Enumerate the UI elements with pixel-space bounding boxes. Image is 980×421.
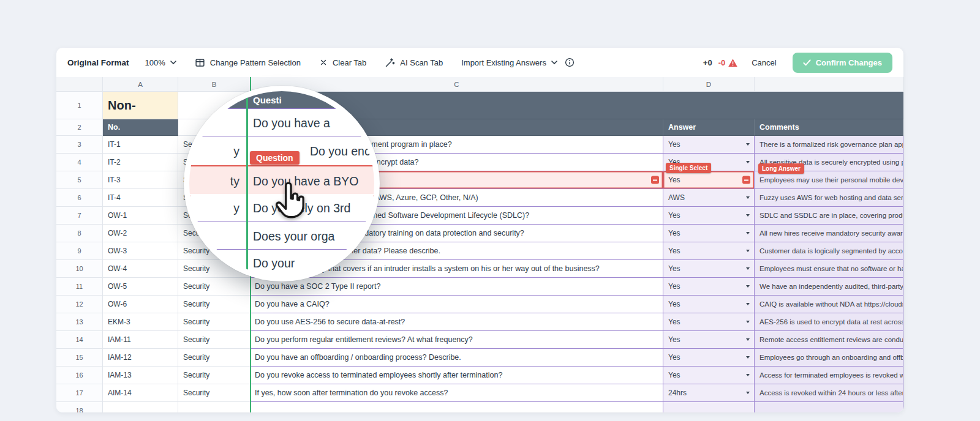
- cell-id[interactable]: OW-2: [103, 225, 178, 242]
- cell-answer[interactable]: Yes: [663, 349, 755, 367]
- cell-comment[interactable]: CAIQ is available without NDA at https:/…: [755, 296, 903, 313]
- cell-id[interactable]: IT-2: [103, 154, 178, 171]
- dropdown-caret-icon[interactable]: [746, 250, 750, 252]
- column-header-B[interactable]: B: [178, 77, 251, 92]
- row-header[interactable]: 1: [56, 92, 103, 119]
- column-header-D[interactable]: D: [663, 77, 755, 92]
- row-header[interactable]: 11: [56, 278, 103, 296]
- dropdown-caret-icon[interactable]: [746, 196, 750, 199]
- row-header[interactable]: 10: [56, 260, 103, 278]
- clear-tab-button[interactable]: Clear Tab: [319, 58, 366, 67]
- cell-answer[interactable]: Yes: [663, 278, 755, 296]
- cell-comment[interactable]: Employees may use their personal mobile …: [755, 171, 903, 189]
- row-header[interactable]: 18: [56, 402, 103, 412]
- cell-id[interactable]: IT-4: [103, 189, 178, 207]
- cell-question[interactable]: If yes, how soon after termination do yo…: [251, 384, 663, 402]
- cell-section-title[interactable]: Non-: [103, 92, 178, 119]
- change-pattern-button[interactable]: Change Pattern Selection: [195, 58, 301, 68]
- cell-id[interactable]: OW-6: [103, 296, 178, 313]
- cell-id[interactable]: IAM-13: [103, 367, 178, 384]
- cell-question[interactable]: Do you use AES-256 to secure data-at-res…: [251, 313, 663, 331]
- zoom-select[interactable]: 100%: [145, 58, 176, 67]
- cell-comment[interactable]: [755, 402, 903, 412]
- cell-category[interactable]: Security: [178, 296, 251, 313]
- dropdown-caret-icon[interactable]: [746, 374, 750, 376]
- cell-comment[interactable]: There is a formalized risk governance pl…: [755, 136, 903, 154]
- cell-answer[interactable]: Yes: [663, 171, 755, 189]
- cell-answer[interactable]: [663, 402, 755, 412]
- row-header[interactable]: 6: [56, 189, 103, 207]
- cell-comment[interactable]: Employees must ensure that no software o…: [755, 260, 903, 278]
- cell-id[interactable]: IAM-12: [103, 349, 178, 367]
- cell-answer[interactable]: Yes: [663, 331, 755, 349]
- row-header[interactable]: 17: [56, 384, 103, 402]
- cancel-button[interactable]: Cancel: [752, 58, 776, 67]
- row-header[interactable]: 8: [56, 225, 103, 242]
- row-header[interactable]: 12: [56, 296, 103, 313]
- cell-category[interactable]: Security: [178, 349, 251, 367]
- row-header[interactable]: 3: [56, 136, 103, 154]
- cell-answer[interactable]: AWS: [663, 189, 755, 207]
- dropdown-caret-icon[interactable]: [746, 232, 750, 234]
- confirm-changes-button[interactable]: Confirm Changes: [793, 53, 892, 73]
- cell-question[interactable]: Do you have an offboarding / onboarding …: [251, 349, 663, 367]
- dropdown-caret-icon[interactable]: [746, 303, 750, 305]
- cell-category[interactable]: Security: [178, 278, 251, 296]
- cell-comment[interactable]: SDLC and SSDLC are in place, covering pr…: [755, 207, 903, 225]
- cell-question[interactable]: Do you have a CAIQ?: [251, 296, 663, 313]
- cell-id[interactable]: OW-3: [103, 242, 178, 260]
- cell-answer[interactable]: Yes: [663, 242, 755, 260]
- cell-empty[interactable]: [178, 402, 251, 412]
- cell-answer[interactable]: Yes: [663, 313, 755, 331]
- remove-answer-icon[interactable]: [742, 176, 750, 184]
- import-answers-dropdown[interactable]: Import Existing Answers: [461, 58, 557, 67]
- cell-comment[interactable]: Access is revoked within 24 hours or les…: [755, 384, 903, 402]
- row-header[interactable]: 5: [56, 171, 103, 189]
- dropdown-caret-icon[interactable]: [746, 214, 750, 217]
- cell-answer[interactable]: Yes: [663, 296, 755, 313]
- cell-comment[interactable]: Fuzzy uses AWS for web hosting and data …: [755, 189, 903, 207]
- column-header-e[interactable]: [755, 77, 903, 92]
- cell-comment[interactable]: We have an independently audited, third-…: [755, 278, 903, 296]
- cell-id[interactable]: IT-3: [103, 171, 178, 189]
- dropdown-caret-icon[interactable]: [746, 321, 750, 323]
- dropdown-caret-icon[interactable]: [746, 356, 750, 359]
- dropdown-caret-icon[interactable]: [746, 143, 750, 146]
- row-header[interactable]: 16: [56, 367, 103, 384]
- cell-answer[interactable]: Yes: [663, 207, 755, 225]
- column-header-C[interactable]: C: [251, 77, 663, 92]
- cell-id[interactable]: EKM-3: [103, 313, 178, 331]
- remove-question-icon[interactable]: [651, 176, 659, 184]
- cell-comment[interactable]: AES-256 is used to encrypt data at rest …: [755, 313, 903, 331]
- ai-scan-button[interactable]: AI Scan Tab: [385, 58, 443, 68]
- cell-question[interactable]: Do you revoke access to terminated emplo…: [251, 367, 663, 384]
- info-icon[interactable]: [565, 58, 575, 67]
- cell-comment[interactable]: Employees go through an onboarding and o…: [755, 349, 903, 367]
- row-header[interactable]: 2: [56, 119, 103, 136]
- row-header[interactable]: 9: [56, 242, 103, 260]
- cell-answer[interactable]: Yes: [663, 225, 755, 242]
- cell-category[interactable]: Security: [178, 384, 251, 402]
- cell-id[interactable]: OW-5: [103, 278, 178, 296]
- corner-select-cell[interactable]: [56, 77, 103, 92]
- dropdown-caret-icon[interactable]: [746, 161, 750, 163]
- cell-answer[interactable]: Yes: [663, 260, 755, 278]
- column-header-A[interactable]: A: [103, 77, 178, 92]
- cell-answer[interactable]: 24hrs: [663, 384, 755, 402]
- cell-id[interactable]: IT-1: [103, 136, 178, 154]
- cell-comment[interactable]: Access for terminated employees is revok…: [755, 367, 903, 384]
- cell-comment[interactable]: Remote access entitlement reviews are co…: [755, 331, 903, 349]
- cell-category[interactable]: Security: [178, 313, 251, 331]
- cell-empty[interactable]: [103, 402, 178, 412]
- cell-id[interactable]: OW-4: [103, 260, 178, 278]
- dropdown-caret-icon[interactable]: [746, 338, 750, 341]
- cell-question[interactable]: Do you perform regular entitlement revie…: [251, 331, 663, 349]
- dropdown-caret-icon[interactable]: [746, 285, 750, 288]
- dropdown-caret-icon[interactable]: [746, 267, 750, 270]
- row-header[interactable]: 7: [56, 207, 103, 225]
- cell-comment[interactable]: All new hires receive mandatory security…: [755, 225, 903, 242]
- cell-comment[interactable]: Customer data is logically segmented by …: [755, 242, 903, 260]
- cell-answer[interactable]: Yes: [663, 136, 755, 154]
- cell-answer[interactable]: Yes: [663, 367, 755, 384]
- cell-question[interactable]: Do you have a SOC 2 Type II report?: [251, 278, 663, 296]
